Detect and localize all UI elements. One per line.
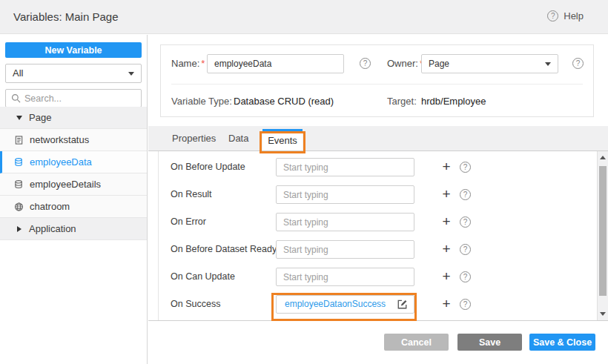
database-icon (14, 179, 24, 190)
on-success-handler-link[interactable]: employeeDataonSuccess (285, 296, 386, 313)
add-event-icon[interactable]: + (440, 185, 452, 204)
add-event-icon[interactable]: + (440, 268, 452, 286)
event-label: On Before Dataset Ready (171, 240, 277, 259)
save-and-close-button[interactable]: Save & Close (529, 334, 595, 351)
tree-label: Page (29, 112, 51, 123)
variable-filter-select[interactable]: All (5, 64, 142, 83)
tree-label: employeeData (30, 156, 92, 168)
on-result-input[interactable] (276, 185, 414, 204)
owner-help-icon[interactable]: ? (572, 58, 584, 69)
database-icon (14, 157, 24, 168)
filter-selected-value: All (13, 67, 23, 79)
search-input[interactable] (24, 93, 136, 104)
tab-data[interactable]: Data (228, 126, 248, 150)
tree-label: networkstatus (30, 134, 89, 145)
event-row-on-result: On Result + ? (148, 185, 608, 204)
scroll-up-icon[interactable] (598, 153, 608, 163)
new-variable-button[interactable]: New Variable (5, 42, 142, 58)
event-help-icon[interactable]: ? (460, 162, 471, 173)
scrollbar-thumb[interactable] (599, 166, 607, 296)
events-panel: On Before Update + ? On Result + ? On Er… (148, 150, 608, 321)
target-label: Target: (387, 92, 417, 111)
page-title: Variables: Main Page (13, 10, 118, 23)
on-error-input[interactable] (276, 213, 414, 231)
event-help-icon[interactable]: ? (460, 271, 471, 282)
add-event-icon[interactable]: + (440, 295, 452, 314)
owner-selected-value: Page (429, 59, 449, 69)
event-label: On Before Update (171, 158, 245, 176)
add-event-icon[interactable]: + (440, 158, 452, 176)
event-label: On Success (171, 295, 220, 314)
variable-type-label: Variable Type: (171, 92, 232, 111)
on-before-update-input[interactable] (276, 158, 414, 176)
required-marker: * (201, 58, 205, 69)
name-label: Name:* (171, 54, 205, 73)
triangle-down-icon (16, 116, 22, 120)
tab-events[interactable]: Events (262, 129, 303, 150)
event-help-icon[interactable]: ? (460, 244, 471, 255)
event-help-icon[interactable]: ? (460, 216, 471, 228)
event-label: On Error (171, 213, 206, 231)
tree-item-chatroom[interactable]: chatroom (0, 196, 147, 218)
triangle-right-icon (17, 226, 22, 232)
variables-dialog: Variables: Main Page ? Help New Variable… (0, 0, 608, 364)
dialog-footer: Cancel Save Save & Close (148, 321, 608, 364)
help-button[interactable]: ? Help (547, 10, 584, 21)
event-label: On Result (171, 185, 212, 204)
name-help-icon[interactable]: ? (360, 58, 371, 69)
event-row-on-can-update: On Can Update + ? (148, 268, 608, 286)
model-variable-icon (14, 135, 24, 145)
event-help-icon[interactable]: ? (460, 189, 471, 200)
on-before-dataset-ready-input[interactable] (276, 240, 414, 259)
event-row-on-error: On Error + ? (148, 213, 608, 231)
event-label: On Can Update (171, 268, 235, 286)
variable-type-value: Database CRUD (read) (234, 92, 334, 111)
tree-label: Application (29, 223, 76, 234)
chevron-down-icon (545, 62, 551, 66)
tree-label: chatroom (30, 201, 70, 212)
tab-properties[interactable]: Properties (172, 126, 216, 150)
cancel-button[interactable]: Cancel (384, 334, 449, 351)
tree-group-page[interactable]: Page (0, 107, 147, 129)
add-event-icon[interactable]: + (440, 240, 452, 259)
name-field[interactable] (207, 54, 344, 73)
chevron-down-icon (128, 72, 134, 76)
owner-label: Owner:* (387, 54, 423, 73)
divider (171, 84, 583, 85)
event-row-on-before-update: On Before Update + ? (148, 158, 608, 176)
search-icon (11, 93, 21, 103)
event-row-on-before-dataset-ready: On Before Dataset Ready + ? (148, 240, 608, 259)
websocket-icon (14, 202, 24, 212)
target-value: hrdb/Employee (421, 92, 486, 111)
dialog-header: Variables: Main Page ? Help (0, 0, 608, 34)
tree-item-networkstatus[interactable]: networkstatus (0, 129, 147, 151)
tree-group-application[interactable]: Application (0, 218, 147, 240)
help-icon: ? (547, 10, 558, 21)
scroll-down-icon[interactable] (598, 308, 608, 319)
help-label: Help (564, 10, 584, 21)
event-row-on-success: On Success employeeDataonSuccess + ? (148, 295, 608, 314)
variable-details-section: Name:* ? Owner:* Page ? Variable Type: D… (148, 35, 608, 126)
on-can-update-input[interactable] (276, 268, 414, 286)
on-success-field[interactable]: employeeDataonSuccess (276, 295, 414, 314)
tree-item-employeedetails[interactable]: employeeDetails (0, 173, 147, 196)
tree-item-employeedata[interactable]: employeeData (0, 151, 147, 173)
vertical-scrollbar[interactable] (597, 151, 608, 320)
tree-label: employeeDetails (30, 179, 101, 190)
variable-search (5, 89, 142, 107)
owner-select[interactable]: Page (421, 54, 558, 73)
tab-bar: Properties Data Events (148, 126, 608, 150)
variables-sidebar: New Variable All Page (0, 35, 148, 364)
edit-icon[interactable] (397, 299, 408, 310)
save-button[interactable]: Save (457, 334, 522, 351)
event-help-icon[interactable]: ? (460, 299, 471, 310)
variable-tree: Page networkstatus emplo (0, 107, 147, 240)
add-event-icon[interactable]: + (440, 213, 452, 231)
variable-summary-box: Name:* ? Owner:* Page ? Variable Type: D… (160, 44, 594, 117)
